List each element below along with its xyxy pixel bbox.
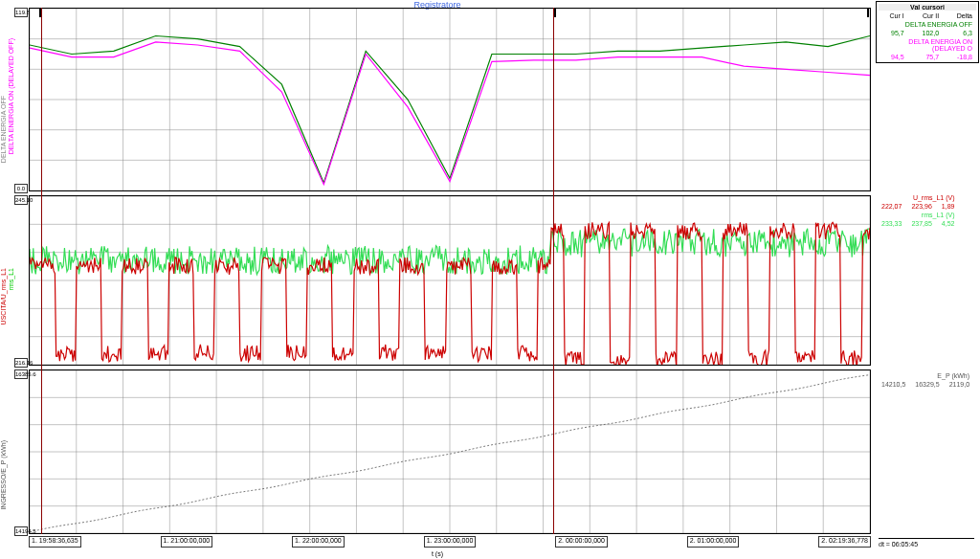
- val: 94,5: [879, 54, 908, 60]
- xtick: 2. 00:00:00,000: [555, 536, 608, 548]
- col-cur2: Cur II: [910, 12, 943, 19]
- ytick-p3-bot: 14194.5: [14, 526, 28, 536]
- series-name: DELTA ENERGIA ON (DELAYED O: [879, 38, 976, 52]
- panel-voltage[interactable]: [29, 195, 871, 366]
- val: 6,3: [945, 30, 976, 36]
- x-axis-label: t (s): [432, 550, 443, 557]
- val: -18,8: [945, 54, 976, 60]
- ylabel-ep: INGRESSO/E_P (kWh): [0, 440, 7, 510]
- ytick-p2-top: 245.10: [14, 195, 28, 205]
- val: 16329,5: [911, 381, 943, 388]
- val: 102,0: [910, 30, 943, 36]
- val: 223,96: [907, 203, 935, 210]
- ylabel-rms: rms_L1: [8, 268, 14, 290]
- series-name: DELTA ENERGIA OFF: [879, 21, 976, 28]
- cursor-table-header: Val cursori: [879, 4, 976, 11]
- val: 237,85: [907, 220, 935, 227]
- series-name: U_rms_L1 (V): [878, 194, 958, 201]
- cursor-II[interactable]: [553, 8, 554, 534]
- val: 233,33: [878, 220, 905, 227]
- col-cur1: Cur I: [879, 12, 908, 19]
- ylabel-delta-on: DELTA ENERGIA ON (DELAYED OFF): [8, 38, 14, 154]
- val: 222,07: [878, 203, 905, 210]
- cursor-table-p3: E_P (kWh) 14210,5 16329,5 2119,0: [876, 370, 975, 390]
- cursor-value-panel: Val cursori Cur I Cur II Delta DELTA ENE…: [875, 0, 980, 559]
- col-delta: Delta: [945, 12, 976, 19]
- val: 4,52: [938, 220, 959, 227]
- panel-energy-delta[interactable]: [29, 8, 871, 191]
- xtick: 1. 21:00:00,000: [161, 536, 213, 548]
- ylabel-urms: USCITA/U_rms_L1: [0, 268, 7, 324]
- panel-energy-total[interactable]: [29, 369, 871, 534]
- cursor-II-marker[interactable]: [554, 8, 556, 17]
- ylabel-delta-off: DELTA ENERGIA OFF: [0, 96, 7, 163]
- xtick: 2. 01:00:00,000: [687, 536, 740, 548]
- val: 75,7: [910, 54, 943, 60]
- series-name: rms_L1 (V): [878, 212, 958, 218]
- xtick: 1. 23:00:00,000: [424, 536, 477, 548]
- dt-readout: dt = 06:05:45: [879, 538, 974, 548]
- cursor-I-marker[interactable]: [39, 8, 41, 17]
- ytick-p1-top: 119.8: [14, 8, 28, 17]
- cursor-end-marker[interactable]: [867, 8, 869, 17]
- val: 2119,0: [946, 381, 973, 388]
- grid: [30, 370, 870, 533]
- xtick: 1. 19:58:36,635: [29, 536, 81, 548]
- xtick: 2. 02:19:36,778: [818, 536, 871, 548]
- xtick: 1. 22:00:00,000: [292, 536, 345, 548]
- val: 95,7: [879, 30, 908, 36]
- grid: [30, 196, 870, 365]
- ytick-p2-bot: 216.16: [14, 358, 28, 368]
- x-axis: 1. 19:58:36,635 1. 21:00:00,000 1. 22:00…: [29, 536, 871, 548]
- ytick-p3-top: 16385.6: [14, 369, 28, 379]
- cursor-I[interactable]: [41, 8, 42, 534]
- val: 1,89: [938, 203, 959, 210]
- series-name: E_P (kWh): [878, 372, 973, 379]
- cursor-table-p2: U_rms_L1 (V) 222,07 223,96 1,89 rms_L1 (…: [876, 192, 960, 229]
- cursor-table-p1: Val cursori Cur I Cur II Delta DELTA ENE…: [876, 1, 979, 63]
- val: 14210,5: [878, 381, 909, 388]
- chart-area: Registratore DELTA ENERGIA OFF DELTA ENE…: [0, 0, 875, 559]
- ytick-p1-bot: 0.0: [14, 184, 28, 193]
